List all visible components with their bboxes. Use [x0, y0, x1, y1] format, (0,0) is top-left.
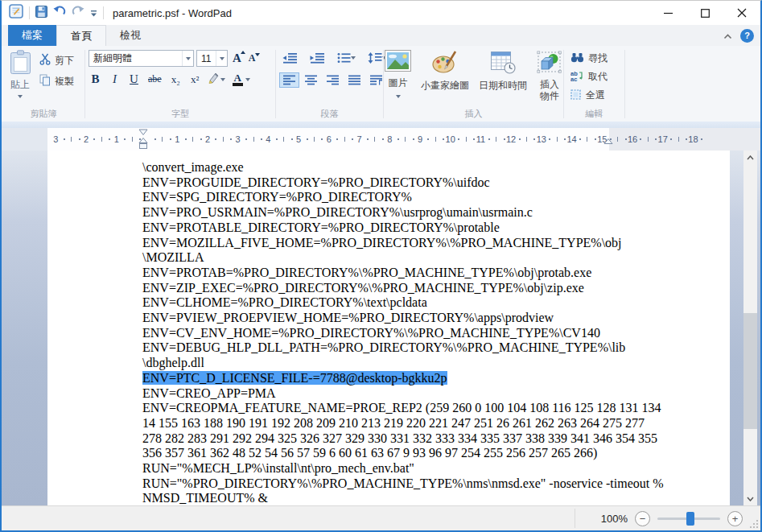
highlight-color-button[interactable]: [208, 72, 225, 87]
document-line[interactable]: ENV=DEBUG_HLP_DLL_PATH=%PRO_DIRECTORY%\%…: [142, 340, 727, 356]
selected-text[interactable]: ENV=PTC_D_LICENSE_FILE-=7788@desktop-bgk…: [142, 371, 447, 385]
document-line[interactable]: ENV=PTC_D_LICENSE_FILE-=7788@desktop-bgk…: [142, 371, 727, 386]
redo-icon[interactable]: [72, 6, 84, 20]
align-right-button[interactable]: [323, 72, 343, 88]
undo-icon[interactable]: [53, 6, 66, 20]
cut-button[interactable]: 剪下: [37, 53, 76, 68]
tab-file[interactable]: 檔案: [8, 25, 56, 46]
align-center-button[interactable]: [301, 72, 321, 88]
document-line[interactable]: \dbghelp.dll: [142, 356, 727, 371]
scroll-down-button[interactable]: [743, 492, 757, 505]
font-family-value: 新細明體: [93, 52, 132, 65]
document-line[interactable]: NMSD_TIMEOUT% &: [142, 491, 727, 505]
increase-indent-button[interactable]: [307, 50, 328, 66]
document-line[interactable]: \convert_image.exe: [142, 160, 727, 175]
copy-button[interactable]: 複製: [37, 74, 76, 89]
minimize-button[interactable]: [649, 1, 686, 25]
zoom-slider-thumb[interactable]: [686, 512, 694, 526]
help-icon[interactable]: ?: [740, 29, 754, 43]
scrollbar-thumb[interactable]: [743, 313, 757, 429]
ruler-tick: [549, 138, 550, 140]
group-divider: [275, 50, 276, 118]
right-indent-marker[interactable]: [603, 129, 613, 151]
cut-scissors-icon: [39, 53, 51, 68]
zoom-slider[interactable]: [657, 518, 720, 520]
ruler-tick: [93, 138, 95, 140]
shrink-font-button[interactable]: A: [246, 52, 258, 64]
save-icon[interactable]: [35, 6, 47, 21]
document-line[interactable]: ENV=CREOPMA_FEATURE_NAME=PROE_REP2 (259 …: [142, 401, 727, 416]
superscript-button[interactable]: x²: [188, 73, 202, 86]
zoom-in-button[interactable]: +: [727, 511, 743, 526]
paste-dropdown-icon: [18, 95, 23, 101]
collapse-ribbon-icon[interactable]: [723, 28, 732, 43]
maximize-button[interactable]: [686, 1, 723, 25]
ruler-number: 10: [446, 134, 455, 144]
document-line[interactable]: ENV=CREO_APP=PMA: [142, 386, 727, 402]
paint-drawing-button[interactable]: 小畫家繪圖: [417, 47, 473, 108]
tab-home[interactable]: 首頁: [56, 25, 106, 46]
scroll-up-button[interactable]: [743, 151, 757, 164]
paste-button[interactable]: 貼上: [3, 47, 37, 108]
justify-button[interactable]: [344, 72, 365, 88]
bold-button[interactable]: B: [89, 72, 102, 86]
highlighter-pen-icon: [208, 72, 220, 87]
ruler-tick: [170, 138, 171, 140]
replace-button[interactable]: abac 取代: [568, 70, 610, 84]
document-line[interactable]: ENV=PROTABLE_DIRECTORY=%PRO_DIRECTORY%\p…: [142, 221, 727, 236]
ruler-number: 8: [387, 134, 392, 144]
window-title: parametric.psf - WordPad: [113, 7, 232, 19]
bullets-button[interactable]: [334, 50, 359, 66]
ruler-number: 14: [566, 134, 576, 144]
document-line[interactable]: ENV=PROGUIDE_DIRECTORY=%PRO_DIRECTORY%\u…: [142, 175, 727, 191]
insert-object-button[interactable]: 插入物件: [533, 47, 566, 108]
ruler-tick: [253, 137, 254, 142]
replace-label: 取代: [588, 70, 608, 84]
close-button[interactable]: [723, 1, 760, 25]
ruler-tick: [655, 138, 657, 140]
underline-button[interactable]: U: [127, 72, 141, 86]
vertical-scrollbar[interactable]: [743, 151, 757, 505]
document-line[interactable]: RUN="%MECH_LP%\install\nt\pro_mech_env.b…: [142, 461, 727, 476]
document-line[interactable]: ENV=CV_ENV_HOME=%PRO_DIRECTORY%\%PRO_MAC…: [142, 326, 727, 341]
document-line[interactable]: ENV=CLHOME=%PRO_DIRECTORY%\text\pcldata: [142, 295, 727, 311]
calendar-clock-icon: [490, 50, 516, 76]
chevron-down-icon: [186, 57, 191, 63]
strikethrough-button[interactable]: abe: [146, 73, 163, 85]
document-line[interactable]: ENV=PVIEW_PROEPVIEW_HOME=%PRO_DIRECTORY%…: [142, 311, 727, 326]
customize-toolbar-dropdown-icon[interactable]: [90, 6, 97, 20]
tab-view[interactable]: 檢視: [106, 25, 154, 46]
decrease-indent-button[interactable]: [279, 50, 301, 66]
ruler-tick: [595, 138, 596, 140]
document-line[interactable]: 278 282 283 291 292 294 325 326 327 329 …: [142, 431, 727, 447]
find-button[interactable]: 尋找: [568, 52, 610, 65]
ruler[interactable]: 123123456789101112131415161718: [2, 128, 760, 151]
font-color-button[interactable]: A: [231, 73, 250, 86]
document-line[interactable]: 356 357 361 362 48 52 54 56 57 59 6 60 6…: [142, 446, 727, 461]
wordpad-app-icon[interactable]: [9, 4, 23, 22]
zoom-out-button[interactable]: −: [635, 511, 650, 526]
document-line[interactable]: \MOZILLA: [142, 250, 727, 266]
font-family-select[interactable]: 新細明體: [89, 50, 194, 67]
document-line[interactable]: ENV=SPG_DIRECTORY=%PRO_DIRECTORY%: [142, 190, 727, 205]
date-time-button[interactable]: 日期和時間: [475, 47, 531, 108]
italic-button[interactable]: I: [108, 72, 122, 86]
document-line[interactable]: 14 155 163 188 190 191 192 208 209 210 2…: [142, 416, 727, 431]
document-line[interactable]: ENV=PROTAB=%PRO_DIRECTORY%\%PRO_MACHINE_…: [142, 266, 727, 281]
resize-grip[interactable]: [748, 518, 758, 528]
select-all-button[interactable]: 全選: [568, 89, 610, 102]
insert-picture-button[interactable]: 圖片: [381, 47, 415, 108]
indent-marker[interactable]: [138, 129, 148, 151]
document-page[interactable]: \convert_image.exeENV=PROGUIDE_DIRECTORY…: [47, 151, 730, 505]
document-line[interactable]: ENV=ZIP_EXEC=%PRO_DIRECTORY%\%PRO_MACHIN…: [142, 281, 727, 296]
document-line[interactable]: ENV=PRO_USRMAIN=%PRO_DIRECTORY%\usrprog\…: [142, 205, 727, 221]
subscript-button[interactable]: x₂: [169, 73, 183, 86]
font-size-select[interactable]: 11: [196, 50, 228, 67]
ruler-tick: [132, 137, 133, 142]
ruler-tick: [79, 138, 80, 140]
align-left-button[interactable]: [279, 72, 299, 88]
document-line[interactable]: ENV=MOZILLA_FIVE_HOME=%PRO_DIRECTORY%\%P…: [142, 236, 727, 251]
replace-ab-icon: abac: [570, 70, 584, 84]
document-line[interactable]: RUN="%PRO_DIRECTORY%\%PRO_MACHINE_TYPE%\…: [142, 476, 727, 492]
grow-font-button[interactable]: A: [230, 52, 244, 65]
